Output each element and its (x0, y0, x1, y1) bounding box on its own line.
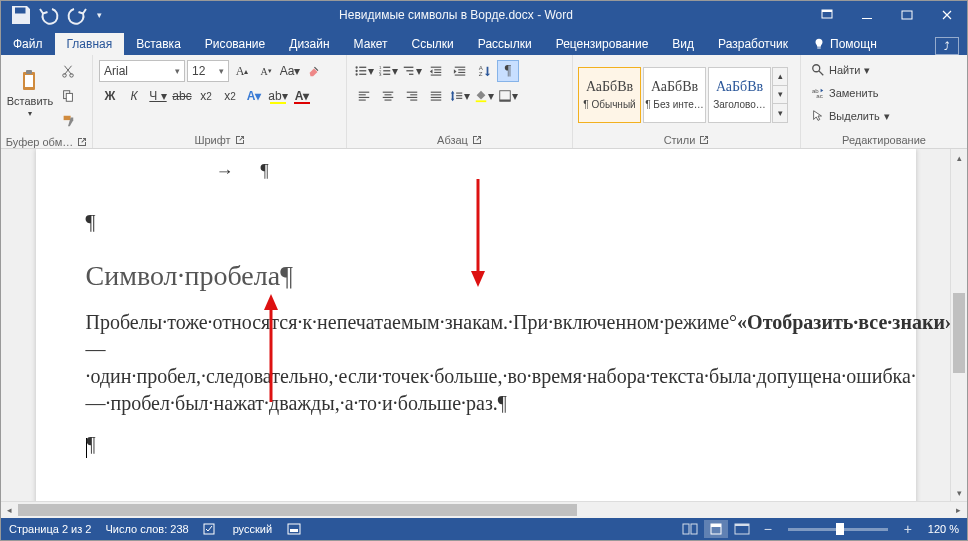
status-macro-icon[interactable] (286, 522, 302, 536)
quick-access-toolbar: ▾ (1, 3, 105, 27)
underline-icon[interactable]: Ч ▾ (147, 85, 169, 107)
change-case-icon[interactable]: Aa▾ (279, 60, 301, 82)
scroll-down-icon[interactable]: ▾ (951, 484, 967, 501)
paste-button[interactable]: Вставить ▾ (5, 57, 55, 129)
vertical-scrollbar[interactable]: ▴ ▾ (950, 149, 967, 501)
tab-layout[interactable]: Макет (342, 33, 400, 55)
ribbon-options-icon[interactable] (807, 1, 847, 29)
tab-design[interactable]: Дизайн (277, 33, 341, 55)
numbering-icon[interactable]: 123▾ (377, 60, 399, 82)
styles-dialog-icon[interactable] (699, 135, 709, 145)
font-dialog-icon[interactable] (235, 135, 245, 145)
italic-icon[interactable]: К (123, 85, 145, 107)
undo-icon[interactable] (37, 3, 61, 27)
font-size-combo[interactable]: 12▾ (187, 60, 229, 82)
tab-mailings[interactable]: Рассылки (466, 33, 544, 55)
close-icon[interactable] (927, 1, 967, 29)
borders-icon[interactable]: ▾ (497, 85, 519, 107)
select-button[interactable]: Выделить ▾ (807, 106, 894, 126)
subscript-icon[interactable]: x2 (195, 85, 217, 107)
bullets-icon[interactable]: ▾ (353, 60, 375, 82)
svg-rect-29 (431, 75, 442, 76)
style-normal[interactable]: АаБбВв¶ Обычный (578, 67, 641, 123)
styles-gallery-more[interactable]: ▴▾▾ (772, 67, 788, 123)
tab-insert[interactable]: Вставка (124, 33, 193, 55)
svg-rect-67 (691, 524, 697, 534)
svg-rect-37 (359, 94, 366, 95)
svg-rect-38 (359, 97, 370, 98)
status-page[interactable]: Страница 2 из 2 (9, 523, 91, 535)
share-button[interactable]: ⤴ (935, 37, 959, 55)
view-web-icon[interactable] (730, 520, 754, 538)
align-right-icon[interactable] (401, 85, 423, 107)
shrink-font-icon[interactable]: A▾ (255, 60, 277, 82)
scroll-right-icon[interactable]: ▸ (950, 502, 967, 518)
tab-tell-me[interactable]: Помощн (800, 33, 889, 55)
align-left-icon[interactable] (353, 85, 375, 107)
paste-label: Вставить (7, 95, 54, 107)
heading-text: Символ·пробела¶ (86, 257, 866, 295)
decrease-indent-icon[interactable] (425, 60, 447, 82)
replace-button[interactable]: abacЗаменить (807, 83, 894, 103)
text-effects-icon[interactable]: A▾ (243, 85, 265, 107)
show-marks-icon[interactable]: ¶ (497, 60, 519, 82)
scroll-left-icon[interactable]: ◂ (1, 502, 18, 518)
font-name-combo[interactable]: Arial▾ (99, 60, 185, 82)
copy-icon[interactable] (57, 85, 79, 107)
scroll-thumb[interactable] (953, 293, 965, 373)
superscript-icon[interactable]: x2 (219, 85, 241, 107)
scroll-up-icon[interactable]: ▴ (951, 149, 967, 166)
tab-home[interactable]: Главная (55, 33, 125, 55)
clear-format-icon[interactable] (303, 60, 325, 82)
tab-references[interactable]: Ссылки (400, 33, 466, 55)
qat-more-icon[interactable]: ▾ (93, 3, 105, 27)
hscroll-thumb[interactable] (18, 504, 577, 516)
justify-icon[interactable] (425, 85, 447, 107)
strike-icon[interactable]: abc (171, 85, 193, 107)
increase-indent-icon[interactable] (449, 60, 471, 82)
svg-rect-66 (683, 524, 689, 534)
status-wordcount[interactable]: Число слов: 238 (105, 523, 188, 535)
font-color-icon[interactable]: A▾ (291, 85, 313, 107)
style-nospacing[interactable]: АаБбВв¶ Без инте… (643, 67, 706, 123)
zoom-in-icon[interactable]: + (896, 520, 920, 538)
svg-rect-44 (407, 92, 418, 93)
svg-rect-52 (456, 93, 462, 94)
tab-file[interactable]: Файл (1, 33, 55, 55)
paragraph-dialog-icon[interactable] (472, 135, 482, 145)
tab-review[interactable]: Рецензирование (544, 33, 661, 55)
maximize-icon[interactable] (887, 1, 927, 29)
tab-draw[interactable]: Рисование (193, 33, 277, 55)
svg-rect-42 (383, 97, 394, 98)
svg-rect-27 (434, 69, 441, 70)
status-spellcheck-icon[interactable] (203, 522, 219, 536)
save-icon[interactable] (9, 3, 33, 27)
highlight-icon[interactable]: ab▾ (267, 85, 289, 107)
horizontal-scrollbar[interactable]: ◂ ▸ (1, 501, 967, 518)
cut-icon[interactable] (57, 60, 79, 82)
align-center-icon[interactable] (377, 85, 399, 107)
view-print-icon[interactable] (704, 520, 728, 538)
window-controls (807, 1, 967, 29)
status-language[interactable]: русский (233, 523, 272, 535)
view-read-icon[interactable] (678, 520, 702, 538)
bold-icon[interactable]: Ж (99, 85, 121, 107)
zoom-slider[interactable] (788, 528, 888, 531)
clipboard-dialog-icon[interactable] (77, 137, 87, 147)
zoom-out-icon[interactable]: − (756, 520, 780, 538)
sort-icon[interactable]: AZ (473, 60, 495, 82)
text-cursor: ¶ (86, 431, 866, 458)
format-painter-icon[interactable] (57, 110, 79, 132)
find-button[interactable]: Найти ▾ (807, 60, 894, 80)
tab-view[interactable]: Вид (660, 33, 706, 55)
minimize-icon[interactable] (847, 1, 887, 29)
tab-developer[interactable]: Разработчик (706, 33, 800, 55)
style-heading1[interactable]: АаБбВвЗаголово… (708, 67, 771, 123)
redo-icon[interactable] (65, 3, 89, 27)
multilevel-icon[interactable]: ▾ (401, 60, 423, 82)
page-viewport[interactable]: → ¶ ¶ Символ·пробела¶ Пробелы·тоже·относ… (1, 149, 950, 501)
shading-icon[interactable]: ▾ (473, 85, 495, 107)
line-spacing-icon[interactable]: ▾ (449, 85, 471, 107)
grow-font-icon[interactable]: A▴ (231, 60, 253, 82)
zoom-level[interactable]: 120 % (928, 523, 959, 535)
